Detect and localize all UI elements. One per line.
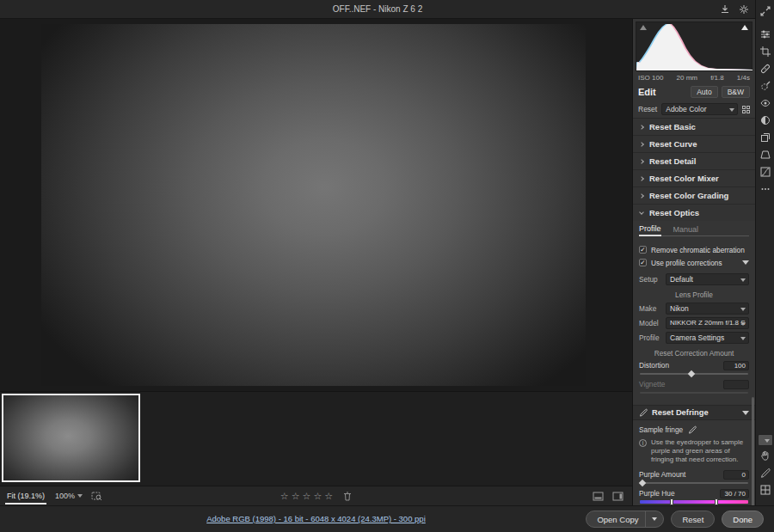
setup-row: Setup Default [639,272,749,285]
footer-buttons: Open Copy Reset Done [586,511,764,528]
zoom-fit-button[interactable]: Fit (19.1%) [5,488,46,504]
profile-corrections-flyout-icon[interactable] [742,260,749,265]
optics-section-body: Profile Manual ✓ Remove chromatic aberra… [633,221,755,505]
purple-amount-label: Purple Amount [639,470,685,479]
model-select[interactable]: NIKKOR Z 20mm f/1.8 S [666,317,749,329]
presets-icon[interactable] [758,113,773,128]
footer-bar: Adobe RGB (1998) - 16 bit - 6048 x 4024 … [0,505,774,532]
crop-icon[interactable] [758,44,773,59]
reset-button[interactable]: Reset [671,511,715,528]
masking-brush-icon[interactable] [758,78,773,94]
distortion-slider-thumb[interactable] [688,370,695,377]
filmstrip-thumbnail[interactable] [2,394,140,482]
star-rating-4-icon[interactable]: ☆ [313,492,322,501]
distortion-value[interactable]: 100 [723,361,749,370]
done-button[interactable]: Done [722,511,764,528]
use-profile-checkbox[interactable]: ✓ [639,259,647,266]
section-color-mixer[interactable]: Reset Color Mixer [633,169,755,187]
fullscreen-toggle-icon[interactable] [758,3,773,19]
section-color-grading[interactable]: Reset Color Grading [633,187,755,204]
model-row: Model NIKKOR Z 20mm f/1.8 S [639,316,749,329]
highlight-clipping-icon[interactable] [741,25,748,30]
purple-hue-label: Purple Hue [639,489,675,498]
purple-amount-slider-thumb[interactable] [639,480,646,486]
open-copy-label: Open Copy [587,515,645,524]
chevron-right-icon [639,142,644,147]
setup-select[interactable]: Default [666,273,749,285]
tool-rail [755,0,774,505]
color-sampler-icon[interactable] [758,465,773,480]
grid-overlay-icon[interactable] [758,482,773,498]
geometry-icon[interactable] [758,147,773,162]
section-curve[interactable]: Reset Curve [633,135,755,152]
vignette-row: Vignette [639,379,749,389]
sample-fringe-eyedropper-icon[interactable] [688,425,697,434]
purple-hue-value[interactable]: 30 / 70 [720,489,749,498]
purple-amount-slider[interactable] [639,480,749,486]
focal-length-value: 20 mm [677,74,697,82]
title-bar: OFF..NEF - Nikon Z 6 2 [0,0,755,19]
profile-browser-icon[interactable] [742,106,750,113]
star-rating-3-icon[interactable]: ☆ [303,492,311,501]
mark-for-delete-icon[interactable] [343,492,352,501]
section-optics[interactable]: Reset Optics [633,204,755,221]
edit-panel-title: Edit [638,87,687,97]
shutter-value: 1/4s [737,74,750,82]
vignette-value [723,380,749,389]
section-defringe-label: Reset Defringe [652,408,738,417]
edit-sliders-icon[interactable] [758,27,773,42]
section-basic[interactable]: Reset Basic [633,118,755,135]
chevron-right-icon [639,125,644,130]
section-defringe[interactable]: Reset Defringe [633,405,755,420]
red-eye-icon[interactable] [758,95,773,111]
panel-scrollbar[interactable] [752,397,754,505]
star-rating-1-icon[interactable]: ☆ [280,492,289,501]
toggle-filmstrip-icon[interactable] [593,492,604,501]
star-rating-5-icon[interactable]: ☆ [324,492,333,501]
section-basic-label: Reset Basic [649,122,696,131]
save-image-icon[interactable] [719,3,731,15]
star-rating-2-icon[interactable]: ☆ [292,492,300,501]
tab-manual[interactable]: Manual [673,225,699,235]
purple-hue-high-thumb[interactable] [715,498,718,505]
canvas-area [0,19,632,391]
image-preview[interactable] [41,24,586,386]
zoom-tool-icon[interactable] [758,434,773,446]
purple-amount-row: Purple Amount 0 [639,469,749,480]
make-row: Make Nikon [639,302,749,315]
purple-hue-row: Purple Hue 30 / 70 [639,488,749,498]
tab-profile[interactable]: Profile [639,224,661,236]
defringe-flyout-icon[interactable] [742,411,749,415]
chevron-right-icon [639,159,644,164]
toggle-panels-icon[interactable] [612,492,624,501]
purple-hue-slider[interactable] [639,498,749,505]
snapshots-icon[interactable] [758,130,773,145]
purple-amount-value[interactable]: 0 [723,470,749,480]
zoom-level-select[interactable]: 100% [55,492,83,500]
bw-button[interactable]: B&W [722,86,750,98]
sample-fringe-row: Sample fringe [639,425,749,435]
distortion-slider[interactable] [639,370,749,377]
lens-profile-select[interactable]: Camera Settings [666,332,749,344]
purple-hue-low-thumb[interactable] [670,498,673,505]
shadow-clipping-icon[interactable] [640,25,647,30]
profile-row: Reset Adobe Color [633,101,755,118]
preferences-gear-icon[interactable] [738,3,750,15]
curves-icon[interactable] [758,164,773,180]
filmstrip [0,391,632,486]
section-detail[interactable]: Reset Detail [633,152,755,169]
remove-ca-checkbox[interactable]: ✓ [639,246,647,254]
make-select[interactable]: Nikon [666,303,749,315]
lens-profile-heading: Lens Profile [639,290,749,300]
histogram[interactable] [636,21,752,71]
vignette-slider [639,389,749,396]
zoom-box-icon[interactable] [91,491,102,501]
workflow-options-link[interactable]: Adobe RGB (1998) - 16 bit - 6048 x 4024 … [0,514,632,523]
more-tools-icon[interactable] [758,181,773,197]
profile-select[interactable]: Adobe Color [661,103,738,115]
hand-tool-icon[interactable] [758,448,773,463]
open-copy-button[interactable]: Open Copy [586,511,664,528]
open-copy-menu-icon[interactable] [645,511,663,527]
healing-icon[interactable] [758,61,773,76]
auto-button[interactable]: Auto [691,86,718,98]
